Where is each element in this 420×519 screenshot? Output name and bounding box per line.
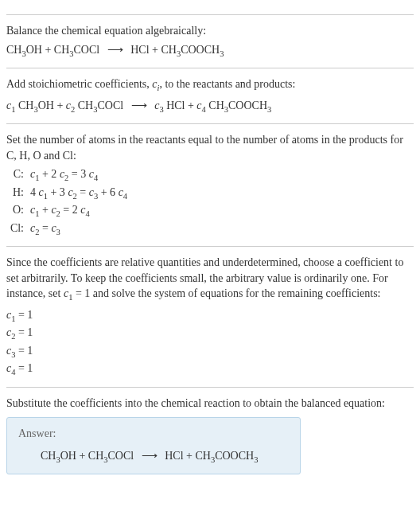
eq-sub: 3: [254, 455, 258, 464]
eq-part: HCl +: [164, 100, 197, 111]
var-sub: 3: [56, 227, 60, 236]
eq-part: +: [39, 204, 51, 216]
stoich-equation: c1 CH3OH + c2 CH3COCl ⟶ c3 HCl + c4 CH3C…: [6, 98, 414, 115]
eq-part: = 1: [15, 309, 33, 321]
coeff-values: c1 = 1 c2 = 1 c3 = 1 c4 = 1: [6, 307, 414, 379]
atom-balance-intro: Set the number of atoms in the reactants…: [6, 132, 414, 163]
stoich-intro-text: Add stoichiometric coefficients, ci, to …: [6, 76, 414, 94]
answer-intro: Substitute the coefficients into the che…: [6, 396, 414, 412]
eq-part: CH: [75, 100, 93, 111]
text-part: = 1 and solve the system of equations fo…: [72, 287, 380, 299]
eq-part: + 3: [48, 186, 68, 198]
eq-part: COCl: [97, 100, 123, 111]
eq-part: = 1: [15, 345, 33, 357]
eq-sub: 3: [220, 49, 224, 57]
var-sub: 4: [85, 209, 89, 218]
element-label: H:: [6, 185, 24, 202]
answer-box: Answer: CH3OH + CH3COCl ⟶ HCl + CH3COOCH…: [6, 417, 301, 474]
row-H: H: 4 c1 + 3 c2 = c3 + 6 c4: [6, 185, 414, 202]
eq-part: HCl + CH: [130, 44, 177, 56]
eq-part: = 1: [15, 362, 33, 374]
var-sub: 4: [94, 174, 98, 182]
eq-part: =: [39, 222, 51, 234]
arrow-icon: ⟶: [142, 450, 158, 462]
element-equations: C: c1 + 2 c2 = 3 c4 H: 4 c1 + 3 c2 = c3 …: [6, 166, 414, 238]
eq-part: CH: [15, 100, 33, 111]
element-eq: c1 + c2 = 2 c4: [30, 202, 90, 220]
row-C: C: c1 + 2 c2 = 3 c4: [6, 166, 414, 184]
eq-sub: 3: [267, 104, 271, 113]
var-sub: 4: [123, 192, 127, 201]
text-part: , to the reactants and products:: [159, 78, 295, 90]
element-eq: c2 = c3: [30, 220, 60, 238]
element-label: Cl:: [6, 220, 24, 238]
row-Cl: Cl: c2 = c3: [6, 220, 414, 238]
atom-balance-section: Set the number of atoms in the reactants…: [6, 123, 414, 238]
eq-part: COOCH: [228, 100, 267, 111]
answer-label: Answer:: [18, 426, 289, 442]
element-label: C:: [6, 166, 24, 184]
eq-part: OH + CH: [26, 44, 70, 56]
coeff-c3: c3 = 1: [6, 343, 414, 361]
eq-part: COOCH: [215, 450, 254, 462]
eq-part: CH: [6, 44, 21, 56]
arrow-icon: ⟶: [107, 44, 123, 56]
element-label: O:: [6, 202, 24, 220]
stoich-coeff-section: Add stoichiometric coefficients, ci, to …: [6, 68, 414, 115]
eq-part: OH +: [38, 100, 66, 111]
eq-part: =: [77, 186, 89, 198]
row-O: O: c1 + c2 = 2 c4: [6, 202, 414, 220]
eq-part: + 2: [39, 168, 59, 180]
solve-intro: Since the coefficients are relative quan…: [6, 255, 414, 304]
coeff-c1: c1 = 1: [6, 307, 414, 325]
eq-part: + 6: [98, 186, 118, 198]
eq-part: 4: [30, 186, 39, 198]
eq-part: COCl: [74, 44, 100, 56]
answer-section: Substitute the coefficients into the che…: [6, 387, 414, 475]
balance-intro-section: Balance the chemical equation algebraica…: [6, 14, 414, 60]
eq-part: HCl + CH: [165, 450, 211, 462]
text-part: Add stoichiometric coefficients,: [6, 78, 152, 90]
eq-part: OH + CH: [60, 450, 104, 462]
eq-part: = 1: [15, 326, 33, 338]
eq-part: CH: [206, 100, 224, 111]
eq-part: COOCH: [181, 44, 220, 56]
eq-part: = 2: [60, 204, 80, 216]
solve-section: Since the coefficients are relative quan…: [6, 246, 414, 379]
eq-part: CH: [41, 450, 56, 462]
coeff-c4: c4 = 1: [6, 361, 414, 378]
balanced-equation: CH3OH + CH3COCl ⟶ HCl + CH3COOCH3: [18, 448, 289, 466]
eq-part: COCl: [108, 450, 134, 462]
arrow-icon: ⟶: [131, 100, 147, 111]
eq-part: = 3: [68, 168, 88, 180]
element-eq: 4 c1 + 3 c2 = c3 + 6 c4: [30, 185, 127, 202]
element-eq: c1 + 2 c2 = 3 c4: [30, 166, 98, 184]
unbalanced-equation: CH3OH + CH3COCl ⟶ HCl + CH3COOCH3: [6, 42, 414, 60]
balance-intro-text: Balance the chemical equation algebraica…: [6, 23, 414, 39]
coeff-c2: c2 = 1: [6, 325, 414, 342]
